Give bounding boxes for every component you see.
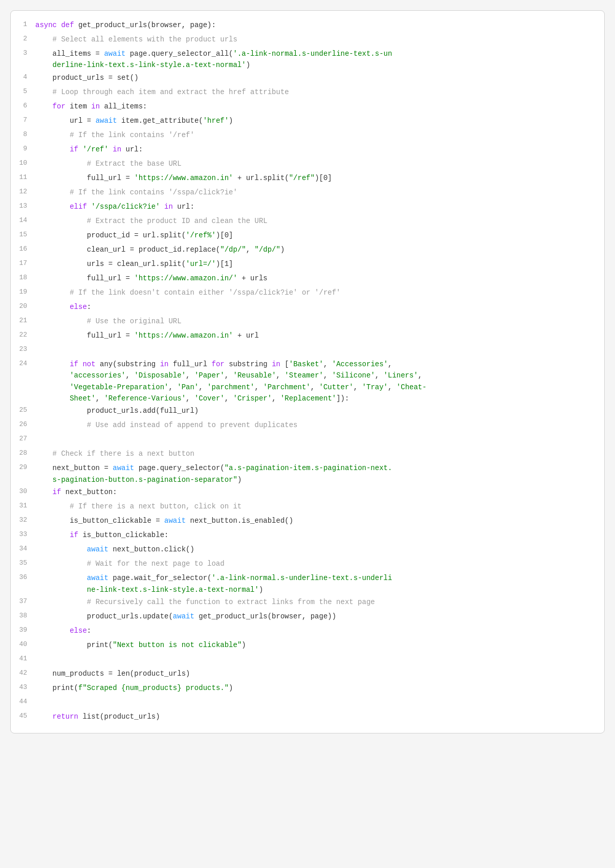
line-content: full_url = 'https://www.amazon.in' + url… xyxy=(35,172,604,184)
line-content: async def get_product_urls(browser, page… xyxy=(35,19,604,31)
line-content: for item in all_items: xyxy=(35,101,604,112)
line-content: # If there is a next button, click on it xyxy=(35,501,604,512)
code-line: 24 if not any(substring in full_url for … xyxy=(11,358,604,405)
line-number: 21 xyxy=(11,316,35,326)
line-number: 33 xyxy=(11,529,35,540)
line-content: # If the link contains '/ref' xyxy=(35,129,604,141)
code-line: 18 full_url = 'https://www.amazon.in/' +… xyxy=(11,272,604,286)
code-line: 36 await page.wait_for_selector('.a-link… xyxy=(11,572,604,596)
line-content: print("Next button is not clickable") xyxy=(35,639,604,651)
line-content: if not any(substring in full_url for sub… xyxy=(35,359,604,405)
line-number: 43 xyxy=(11,682,35,693)
line-number: 31 xyxy=(11,501,35,511)
line-number: 8 xyxy=(11,129,35,140)
code-line: 43 print(f"Scraped {num_products} produc… xyxy=(11,682,604,696)
line-content: num_products = len(product_urls) xyxy=(35,668,604,679)
line-number: 17 xyxy=(11,258,35,269)
code-line: 23 xyxy=(11,344,604,358)
line-content: urls = clean_url.split('url=/')[1] xyxy=(35,258,604,270)
code-line: 21 # Use the original URL xyxy=(11,315,604,329)
line-content: await next_button.click() xyxy=(35,544,604,555)
line-number: 18 xyxy=(11,273,35,283)
line-content: # If the link doesn't contain either '/s… xyxy=(35,287,604,298)
code-line: 41 xyxy=(11,653,604,667)
line-content: # Extract the product ID and clean the U… xyxy=(35,215,604,227)
line-number: 14 xyxy=(11,215,35,226)
code-line: 33 if is_button_clickable: xyxy=(11,529,604,543)
line-content: # Use add instead of append to prevent d… xyxy=(35,419,604,431)
line-number: 44 xyxy=(11,697,35,707)
code-line: 40 print("Next button is not clickable") xyxy=(11,639,604,653)
line-content: url = await item.get_attribute('href') xyxy=(35,115,604,126)
line-number: 15 xyxy=(11,230,35,240)
line-number: 9 xyxy=(11,144,35,154)
line-content: elif '/sspa/click?ie' in url: xyxy=(35,201,604,212)
code-line: 39 else: xyxy=(11,625,604,639)
line-content: product_urls.update(await get_product_ur… xyxy=(35,611,604,622)
code-line: 6 for item in all_items: xyxy=(11,100,604,115)
line-number: 28 xyxy=(11,448,35,459)
code-line: 15 product_id = url.split('/ref%')[0] xyxy=(11,229,604,243)
line-number: 27 xyxy=(11,434,35,444)
code-line: 35 # Wait for the next page to load xyxy=(11,558,604,572)
line-content: # Select all elements with the product u… xyxy=(35,34,604,45)
line-content: if next_button: xyxy=(35,486,604,498)
line-number: 25 xyxy=(11,405,35,416)
line-number: 20 xyxy=(11,301,35,312)
code-line: 20 else: xyxy=(11,301,604,315)
code-line: 11 full_url = 'https://www.amazon.in' + … xyxy=(11,172,604,186)
line-number: 41 xyxy=(11,654,35,664)
code-block: 1async def get_product_urls(browser, pag… xyxy=(11,19,604,725)
code-line: 45 return list(product_urls) xyxy=(11,710,604,725)
line-number: 3 xyxy=(11,48,35,59)
line-number: 5 xyxy=(11,86,35,97)
line-number: 32 xyxy=(11,515,35,526)
line-content: print(f"Scraped {num_products} products.… xyxy=(35,682,604,694)
line-number: 2 xyxy=(11,34,35,44)
line-number: 13 xyxy=(11,201,35,212)
line-number: 29 xyxy=(11,462,35,473)
code-line: 44 xyxy=(11,696,604,710)
line-content: if is_button_clickable: xyxy=(35,529,604,541)
code-container: 1async def get_product_urls(browser, pag… xyxy=(10,10,605,733)
line-number: 35 xyxy=(11,558,35,569)
line-number: 1 xyxy=(11,19,35,30)
line-content: product_id = url.split('/ref%')[0] xyxy=(35,230,604,241)
line-number: 4 xyxy=(11,72,35,83)
line-number: 42 xyxy=(11,668,35,679)
line-content: if '/ref' in url: xyxy=(35,144,604,155)
line-number: 19 xyxy=(11,287,35,298)
code-line: 17 urls = clean_url.split('url=/')[1] xyxy=(11,258,604,272)
code-line: 28 # Check if there is a next button xyxy=(11,448,604,462)
code-line: 25 product_urls.add(full_url) xyxy=(11,405,604,419)
line-number: 34 xyxy=(11,544,35,554)
line-number: 16 xyxy=(11,244,35,255)
line-content: return list(product_urls) xyxy=(35,711,604,722)
line-number: 36 xyxy=(11,572,35,583)
code-line: 37 # Recursively call the function to ex… xyxy=(11,596,604,610)
line-number: 22 xyxy=(11,330,35,341)
code-line: 8 # If the link contains '/ref' xyxy=(11,129,604,143)
line-number: 11 xyxy=(11,172,35,183)
code-line: 5 # Loop through each item and extract t… xyxy=(11,86,604,100)
line-number: 12 xyxy=(11,187,35,197)
line-content: # If the link contains '/sspa/click?ie' xyxy=(35,187,604,198)
code-line: 29 next_button = await page.query_select… xyxy=(11,462,604,486)
line-number: 40 xyxy=(11,639,35,650)
line-content: full_url = 'https://www.amazon.in' + url xyxy=(35,330,604,341)
line-content: next_button = await page.query_selector(… xyxy=(35,462,604,485)
code-line: 27 xyxy=(11,433,604,448)
code-line: 26 # Use add instead of append to preven… xyxy=(11,419,604,433)
line-content: is_button_clickable = await next_button.… xyxy=(35,515,604,526)
line-number: 45 xyxy=(11,711,35,722)
line-content: product_urls.add(full_url) xyxy=(35,405,604,416)
line-number: 24 xyxy=(11,359,35,369)
line-content: # Check if there is a next button xyxy=(35,448,604,459)
line-content: else: xyxy=(35,625,604,636)
line-number: 26 xyxy=(11,419,35,430)
line-content: else: xyxy=(35,301,604,313)
code-line: 19 # If the link doesn't contain either … xyxy=(11,286,604,301)
code-line: 42 num_products = len(product_urls) xyxy=(11,667,604,682)
code-line: 7 url = await item.get_attribute('href') xyxy=(11,115,604,129)
line-content: # Recursively call the function to extra… xyxy=(35,596,604,608)
